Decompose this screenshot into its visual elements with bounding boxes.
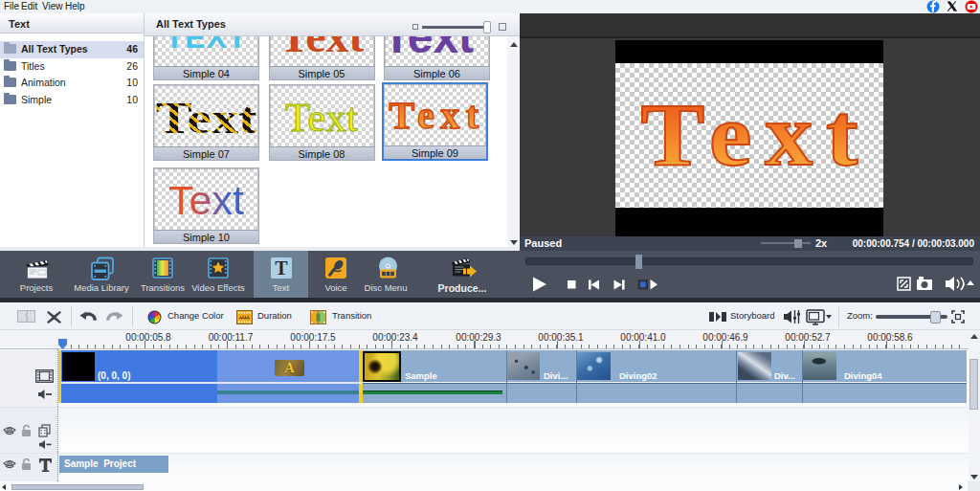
svg-text:T: T <box>275 257 288 279</box>
